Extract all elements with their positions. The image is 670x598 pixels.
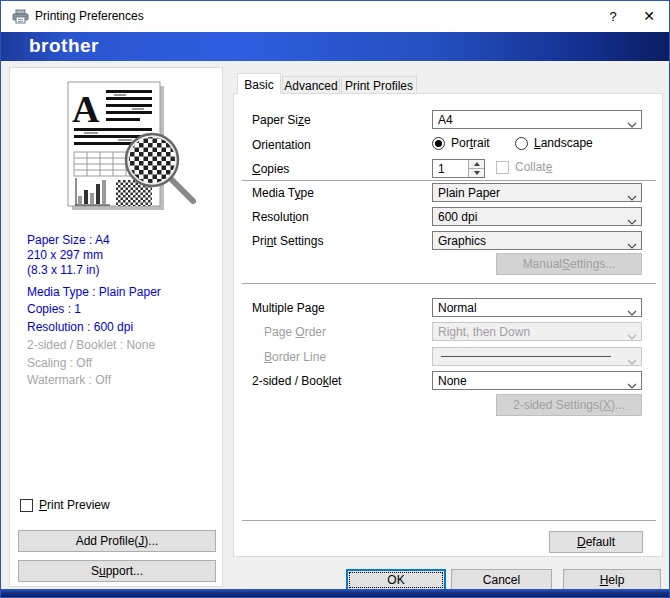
ok-button[interactable]: OK: [346, 569, 446, 591]
collate-label: Collate: [515, 160, 552, 174]
help-titlebar-button[interactable]: ?: [597, 1, 629, 31]
chevron-down-icon: [627, 354, 637, 368]
paper-size-select[interactable]: A4: [432, 110, 642, 129]
page-order-select: Right, then Down: [432, 322, 642, 341]
help-button[interactable]: Help: [563, 569, 661, 591]
paper-size-label: Paper Size: [252, 113, 311, 127]
default-button[interactable]: Default: [549, 531, 643, 553]
brand-banner: brother: [1, 32, 669, 61]
copies-value: 1: [438, 162, 445, 176]
summary-media-type: Media Type : Plain Paper: [27, 285, 161, 299]
svg-text:A: A: [72, 88, 100, 130]
two-sided-settings-button: 2-sided Settings(X)...: [496, 394, 642, 416]
paper-size-value: A4: [438, 113, 453, 127]
printer-icon: [12, 9, 29, 24]
border-line-sample: [441, 356, 611, 357]
resolution-label: Resolution: [252, 210, 309, 224]
media-type-value: Plain Paper: [438, 186, 500, 200]
manual-settings-button: Manual Settings...: [496, 253, 642, 275]
orientation-portrait-option: Portrait: [432, 136, 490, 150]
two-sided-select[interactable]: None: [432, 371, 642, 390]
multiple-page-value: Normal: [438, 301, 477, 315]
chevron-down-icon: [627, 305, 637, 319]
tab-print-profiles[interactable]: Print Profiles: [341, 76, 417, 94]
close-button[interactable]: ✕: [633, 1, 665, 31]
border-line-label: Border Line: [264, 350, 326, 364]
triangle-up-icon: [474, 162, 480, 166]
chevron-down-icon: [627, 238, 637, 252]
summary-copies: Copies : 1: [27, 302, 81, 316]
two-sided-label: 2-sided / Booklet: [252, 374, 341, 388]
summary-resolution: Resolution : 600 dpi: [27, 320, 133, 334]
cancel-button[interactable]: Cancel: [451, 569, 552, 591]
support-button[interactable]: Support...: [18, 560, 216, 582]
portrait-radio[interactable]: [432, 137, 445, 150]
printing-preferences-dialog: Printing Preferences ? ✕ brother: [0, 0, 670, 598]
orientation-label: Orientation: [252, 138, 311, 152]
copies-updown: [468, 160, 484, 177]
preview-panel: A: [9, 67, 223, 587]
window-title: Printing Preferences: [35, 9, 144, 23]
basic-tab-panel: Paper Size A4 Orientation Portrait Lands…: [233, 93, 663, 557]
summary-paper-mm: 210 x 297 mm: [27, 248, 103, 262]
media-type-select[interactable]: Plain Paper: [432, 183, 642, 202]
print-preview-checkbox[interactable]: [20, 499, 33, 512]
resolution-value: 600 dpi: [438, 210, 477, 224]
chevron-down-icon: [627, 329, 637, 343]
document-preview-image: A: [58, 80, 203, 220]
summary-paper-in: (8.3 x 11.7 in): [27, 263, 99, 277]
resolution-select[interactable]: 600 dpi: [432, 207, 642, 226]
add-profile-button[interactable]: Add Profile(J)...: [18, 530, 216, 552]
orientation-landscape-option: Landscape: [515, 136, 593, 150]
print-settings-value: Graphics: [438, 234, 486, 248]
print-preview-label: Print Preview: [39, 498, 110, 512]
two-sided-value: None: [438, 374, 467, 388]
collate-checkbox: [496, 161, 509, 174]
triangle-down-icon: [474, 171, 480, 175]
chevron-down-icon: [627, 214, 637, 228]
separator: [242, 283, 656, 284]
separator: [242, 180, 656, 181]
copies-label: Copies: [252, 162, 289, 176]
summary-scaling: Scaling : Off: [27, 356, 92, 370]
tab-advanced[interactable]: Advanced: [282, 76, 340, 94]
spin-down-button[interactable]: [469, 169, 484, 177]
page-order-label: Page Order: [264, 325, 326, 339]
copies-stepper[interactable]: 1: [432, 159, 485, 178]
brother-logo: brother: [29, 36, 99, 57]
landscape-radio[interactable]: [515, 137, 528, 150]
border-line-select: [432, 347, 642, 366]
spin-up-button[interactable]: [469, 160, 484, 169]
summary-two-sided: 2-sided / Booklet : None: [27, 338, 155, 352]
print-preview-row: Print Preview: [20, 498, 110, 512]
tab-basic[interactable]: Basic: [237, 73, 281, 94]
multiple-page-label: Multiple Page: [252, 301, 325, 315]
media-type-label: Media Type: [252, 186, 314, 200]
multiple-page-select[interactable]: Normal: [432, 298, 642, 317]
portrait-label: Portrait: [451, 136, 490, 150]
landscape-label: Landscape: [534, 136, 593, 150]
collate-option: Collate: [496, 160, 552, 174]
dialog-bottom-edge: [1, 589, 669, 597]
summary-paper-size: Paper Size : A4: [27, 233, 110, 247]
print-settings-select[interactable]: Graphics: [432, 231, 642, 250]
separator: [242, 520, 656, 521]
page-order-value: Right, then Down: [438, 325, 530, 339]
chevron-down-icon: [627, 190, 637, 204]
chevron-down-icon: [627, 117, 637, 131]
summary-watermark: Watermark : Off: [27, 373, 111, 387]
chevron-down-icon: [627, 378, 637, 392]
title-bar: Printing Preferences ? ✕: [1, 1, 669, 32]
print-settings-label: Print Settings: [252, 234, 323, 248]
